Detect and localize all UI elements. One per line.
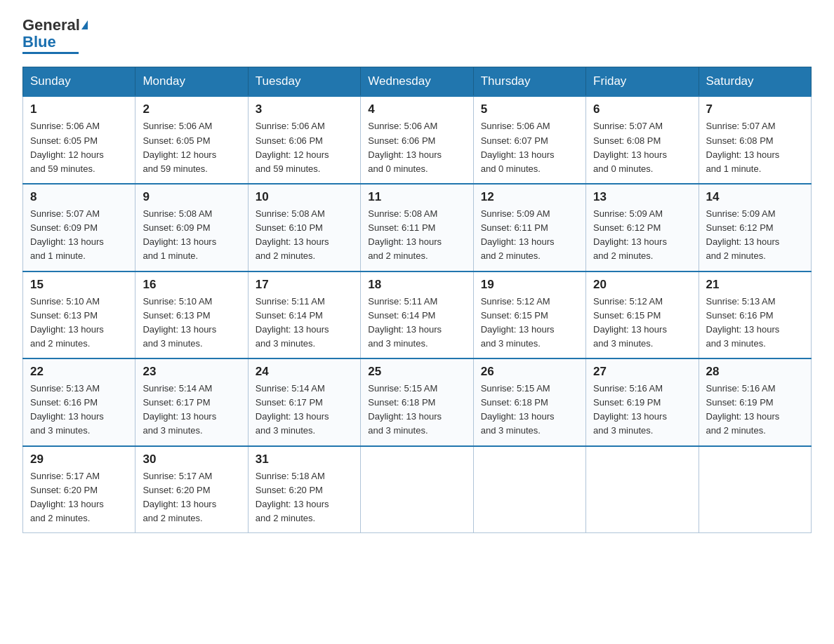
col-thursday: Thursday (473, 67, 585, 97)
day-number: 15 (30, 278, 128, 292)
day-info: Sunrise: 5:09 AMSunset: 6:12 PMDaylight:… (706, 207, 804, 264)
logo-general: General (22, 17, 80, 34)
logo-blue: Blue (22, 34, 56, 51)
calendar-cell: 23Sunrise: 5:14 AMSunset: 6:17 PMDayligh… (135, 358, 248, 446)
calendar-cell: 18Sunrise: 5:11 AMSunset: 6:14 PMDayligh… (361, 271, 473, 359)
calendar-cell: 12Sunrise: 5:09 AMSunset: 6:11 PMDayligh… (473, 184, 585, 271)
calendar-cell: 21Sunrise: 5:13 AMSunset: 6:16 PMDayligh… (699, 271, 811, 359)
day-info: Sunrise: 5:13 AMSunset: 6:16 PMDaylight:… (706, 295, 804, 351)
calendar-cell: 1Sunrise: 5:06 AMSunset: 6:05 PMDaylight… (23, 96, 135, 184)
day-number: 9 (143, 190, 240, 204)
calendar-week-row: 8Sunrise: 5:07 AMSunset: 6:09 PMDaylight… (23, 184, 812, 271)
day-info: Sunrise: 5:09 AMSunset: 6:11 PMDaylight:… (481, 207, 578, 264)
day-number: 30 (143, 452, 240, 467)
day-info: Sunrise: 5:14 AMSunset: 6:17 PMDaylight:… (143, 382, 240, 438)
day-info: Sunrise: 5:14 AMSunset: 6:17 PMDaylight:… (256, 382, 353, 438)
calendar-cell: 13Sunrise: 5:09 AMSunset: 6:12 PMDayligh… (586, 184, 699, 271)
day-info: Sunrise: 5:09 AMSunset: 6:12 PMDaylight:… (593, 207, 691, 264)
calendar-cell (361, 446, 473, 533)
day-number: 18 (368, 278, 465, 292)
calendar-cell: 5Sunrise: 5:06 AMSunset: 6:07 PMDaylight… (473, 96, 585, 184)
day-info: Sunrise: 5:08 AMSunset: 6:11 PMDaylight:… (368, 207, 465, 264)
calendar-cell: 8Sunrise: 5:07 AMSunset: 6:09 PMDaylight… (23, 184, 135, 271)
calendar-cell: 29Sunrise: 5:17 AMSunset: 6:20 PMDayligh… (23, 446, 135, 533)
day-info: Sunrise: 5:11 AMSunset: 6:14 PMDaylight:… (368, 295, 465, 351)
day-info: Sunrise: 5:16 AMSunset: 6:19 PMDaylight:… (706, 382, 804, 438)
day-info: Sunrise: 5:18 AMSunset: 6:20 PMDaylight:… (256, 469, 353, 526)
day-number: 6 (593, 102, 691, 116)
day-info: Sunrise: 5:16 AMSunset: 6:19 PMDaylight:… (593, 382, 691, 438)
day-number: 2 (143, 102, 240, 116)
day-info: Sunrise: 5:06 AMSunset: 6:06 PMDaylight:… (368, 119, 465, 176)
day-number: 28 (706, 365, 804, 379)
day-number: 7 (706, 102, 804, 116)
day-info: Sunrise: 5:12 AMSunset: 6:15 PMDaylight:… (593, 295, 691, 351)
calendar-week-row: 1Sunrise: 5:06 AMSunset: 6:05 PMDaylight… (23, 96, 812, 184)
day-info: Sunrise: 5:10 AMSunset: 6:13 PMDaylight:… (30, 295, 128, 351)
calendar-cell: 11Sunrise: 5:08 AMSunset: 6:11 PMDayligh… (361, 184, 473, 271)
calendar-cell (473, 446, 585, 533)
col-tuesday: Tuesday (248, 67, 360, 97)
day-number: 12 (481, 190, 578, 204)
day-info: Sunrise: 5:17 AMSunset: 6:20 PMDaylight:… (143, 469, 240, 526)
calendar-cell: 19Sunrise: 5:12 AMSunset: 6:15 PMDayligh… (473, 271, 585, 359)
day-number: 13 (593, 190, 691, 204)
day-number: 4 (368, 102, 465, 116)
day-number: 11 (368, 190, 465, 204)
header-row: Sunday Monday Tuesday Wednesday Thursday… (23, 67, 812, 97)
day-info: Sunrise: 5:11 AMSunset: 6:14 PMDaylight:… (256, 295, 353, 351)
day-number: 20 (593, 278, 691, 292)
day-info: Sunrise: 5:07 AMSunset: 6:08 PMDaylight:… (706, 119, 804, 176)
day-number: 21 (706, 278, 804, 292)
day-number: 25 (368, 365, 465, 379)
calendar-header: Sunday Monday Tuesday Wednesday Thursday… (23, 67, 812, 97)
calendar-week-row: 15Sunrise: 5:10 AMSunset: 6:13 PMDayligh… (23, 271, 812, 359)
calendar-cell: 25Sunrise: 5:15 AMSunset: 6:18 PMDayligh… (361, 358, 473, 446)
day-info: Sunrise: 5:06 AMSunset: 6:07 PMDaylight:… (481, 119, 578, 176)
day-info: Sunrise: 5:06 AMSunset: 6:06 PMDaylight:… (256, 119, 353, 176)
calendar-cell: 24Sunrise: 5:14 AMSunset: 6:17 PMDayligh… (248, 358, 360, 446)
logo: General Blue (22, 17, 88, 54)
col-monday: Monday (135, 67, 248, 97)
calendar-cell: 7Sunrise: 5:07 AMSunset: 6:08 PMDaylight… (699, 96, 811, 184)
day-number: 5 (481, 102, 578, 116)
day-number: 1 (30, 102, 128, 116)
calendar-cell: 4Sunrise: 5:06 AMSunset: 6:06 PMDaylight… (361, 96, 473, 184)
calendar-cell (586, 446, 699, 533)
calendar-cell: 15Sunrise: 5:10 AMSunset: 6:13 PMDayligh… (23, 271, 135, 359)
day-number: 16 (143, 278, 240, 292)
day-number: 22 (30, 365, 128, 379)
col-saturday: Saturday (699, 67, 811, 97)
calendar-cell: 16Sunrise: 5:10 AMSunset: 6:13 PMDayligh… (135, 271, 248, 359)
calendar-week-row: 22Sunrise: 5:13 AMSunset: 6:16 PMDayligh… (23, 358, 812, 446)
col-wednesday: Wednesday (361, 67, 473, 97)
calendar-cell: 30Sunrise: 5:17 AMSunset: 6:20 PMDayligh… (135, 446, 248, 533)
day-info: Sunrise: 5:10 AMSunset: 6:13 PMDaylight:… (143, 295, 240, 351)
logo-triangle-icon (81, 20, 88, 29)
calendar-body: 1Sunrise: 5:06 AMSunset: 6:05 PMDaylight… (23, 96, 812, 532)
day-info: Sunrise: 5:06 AMSunset: 6:05 PMDaylight:… (30, 119, 128, 176)
calendar-cell: 2Sunrise: 5:06 AMSunset: 6:05 PMDaylight… (135, 96, 248, 184)
page-header: General Blue (22, 17, 812, 54)
col-sunday: Sunday (23, 67, 135, 97)
day-number: 19 (481, 278, 578, 292)
day-number: 27 (593, 365, 691, 379)
col-friday: Friday (586, 67, 699, 97)
calendar-week-row: 29Sunrise: 5:17 AMSunset: 6:20 PMDayligh… (23, 446, 812, 533)
day-number: 14 (706, 190, 804, 204)
day-number: 24 (256, 365, 353, 379)
day-info: Sunrise: 5:13 AMSunset: 6:16 PMDaylight:… (30, 382, 128, 438)
calendar-cell: 17Sunrise: 5:11 AMSunset: 6:14 PMDayligh… (248, 271, 360, 359)
calendar-cell: 6Sunrise: 5:07 AMSunset: 6:08 PMDaylight… (586, 96, 699, 184)
calendar-cell: 31Sunrise: 5:18 AMSunset: 6:20 PMDayligh… (248, 446, 360, 533)
day-number: 29 (30, 452, 128, 467)
day-number: 17 (256, 278, 353, 292)
day-number: 31 (256, 452, 353, 467)
day-number: 23 (143, 365, 240, 379)
day-number: 8 (30, 190, 128, 204)
calendar-cell: 20Sunrise: 5:12 AMSunset: 6:15 PMDayligh… (586, 271, 699, 359)
logo-underline (22, 52, 79, 54)
day-info: Sunrise: 5:15 AMSunset: 6:18 PMDaylight:… (368, 382, 465, 438)
day-info: Sunrise: 5:07 AMSunset: 6:08 PMDaylight:… (593, 119, 691, 176)
day-info: Sunrise: 5:12 AMSunset: 6:15 PMDaylight:… (481, 295, 578, 351)
